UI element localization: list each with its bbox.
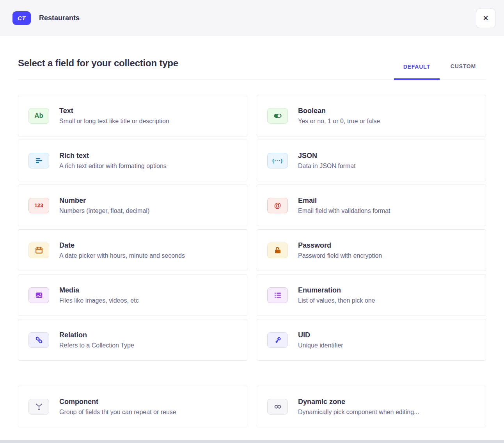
field-card-boolean[interactable]: Boolean Yes or no, 1 or 0, true or false bbox=[257, 95, 486, 136]
field-text: Text Small or long text like title or de… bbox=[59, 107, 169, 125]
email-at-icon-glyph: @ bbox=[274, 202, 281, 209]
modal-header: CT Restaurants ✕ bbox=[0, 0, 504, 36]
text-ab-icon-glyph: Ab bbox=[34, 112, 43, 119]
field-card-email[interactable]: @ Email Email field with validations for… bbox=[257, 184, 486, 226]
field-card-date[interactable]: Date A date picker with hours, minute an… bbox=[18, 229, 247, 271]
field-card-component[interactable]: Component Group of fields tht you can re… bbox=[18, 386, 247, 427]
field-text: Media Files like images, videos, etc bbox=[59, 286, 139, 304]
field-description: Email field with validations format bbox=[298, 207, 390, 214]
field-title: Boolean bbox=[298, 107, 380, 115]
field-text: Boolean Yes or no, 1 or 0, true or false bbox=[298, 107, 380, 125]
branch-icon bbox=[28, 399, 49, 415]
field-text: UID Unique identifier bbox=[298, 331, 343, 349]
field-title: Media bbox=[59, 286, 139, 294]
field-title: Text bbox=[59, 107, 169, 115]
field-title: UID bbox=[298, 331, 343, 339]
field-description: Group of fields tht you can repeat or re… bbox=[59, 409, 176, 416]
field-title: Date bbox=[59, 241, 185, 250]
field-title: Enumeration bbox=[298, 286, 375, 294]
close-icon: ✕ bbox=[483, 14, 489, 23]
json-braces-icon-glyph: {···} bbox=[272, 158, 283, 163]
email-at-icon: @ bbox=[267, 198, 288, 213]
field-description: Files like images, videos, etc bbox=[59, 297, 139, 304]
field-description: A rich text editor with formating option… bbox=[59, 163, 167, 170]
field-title: Relation bbox=[59, 331, 134, 339]
field-card-password[interactable]: Password Password field with encryption bbox=[257, 229, 486, 271]
field-text: Relation Refers to a Collection Type bbox=[59, 331, 134, 349]
field-card-relation[interactable]: Relation Refers to a Collection Type bbox=[18, 319, 247, 361]
align-left-icon bbox=[28, 153, 49, 168]
bullet-list-icon bbox=[267, 287, 288, 303]
field-text: Component Group of fields tht you can re… bbox=[59, 398, 176, 416]
field-title: Component bbox=[59, 398, 176, 406]
field-description: Yes or no, 1 or 0, true or false bbox=[298, 118, 380, 125]
modal-body: Select a field for your collection type … bbox=[0, 36, 504, 427]
field-description: Dynamically pick component when editing.… bbox=[298, 409, 419, 416]
json-braces-icon: {···} bbox=[267, 153, 288, 168]
tab-bar: DEFAULT CUSTOM bbox=[393, 63, 486, 80]
field-title: Email bbox=[298, 197, 390, 205]
field-description: Numbers (integer, float, decimal) bbox=[59, 207, 149, 214]
field-title: Password bbox=[298, 241, 382, 250]
key-icon bbox=[267, 332, 288, 348]
infinity-icon bbox=[267, 399, 288, 415]
picture-icon bbox=[28, 287, 49, 303]
field-text: Password Password field with encryption bbox=[298, 241, 382, 259]
advanced-fields-grid: Component Group of fields tht you can re… bbox=[18, 386, 486, 427]
field-description: Unique identifier bbox=[298, 342, 343, 349]
field-card-enumeration[interactable]: Enumeration List of values, then pick on… bbox=[257, 274, 486, 316]
close-button[interactable]: ✕ bbox=[476, 9, 495, 28]
field-text: Dynamic zone Dynamically pick component … bbox=[298, 398, 419, 416]
headline-row: Select a field for your collection type … bbox=[18, 36, 486, 80]
field-title: Rich text bbox=[59, 152, 167, 160]
calendar-icon bbox=[28, 243, 49, 258]
field-title: JSON bbox=[298, 152, 356, 160]
field-text: JSON Data in JSON format bbox=[298, 152, 356, 170]
field-description: A date picker with hours, minute and sec… bbox=[59, 252, 185, 259]
field-text: Email Email field with validations forma… bbox=[298, 197, 390, 214]
chain-link-icon bbox=[28, 332, 49, 348]
number-123-icon: 123 bbox=[28, 198, 49, 213]
number-123-icon-glyph: 123 bbox=[34, 203, 43, 208]
collection-type-badge: CT bbox=[12, 11, 31, 25]
field-card-text[interactable]: Ab Text Small or long text like title or… bbox=[18, 95, 247, 136]
field-card-rich-text[interactable]: Rich text A rich text editor with format… bbox=[18, 140, 247, 181]
lock-icon bbox=[267, 243, 288, 258]
field-text: Date A date picker with hours, minute an… bbox=[59, 241, 185, 259]
field-card-media[interactable]: Media Files like images, videos, etc bbox=[18, 274, 247, 316]
bottom-bar bbox=[0, 440, 504, 443]
toggle-on-icon bbox=[267, 108, 288, 124]
field-text: Rich text A rich text editor with format… bbox=[59, 152, 167, 170]
field-card-number[interactable]: 123 Number Numbers (integer, float, deci… bbox=[18, 184, 247, 226]
field-description: Data in JSON format bbox=[298, 163, 356, 170]
tab-default[interactable]: DEFAULT bbox=[394, 63, 440, 80]
field-card-uid[interactable]: UID Unique identifier bbox=[257, 319, 486, 361]
field-description: Password field with encryption bbox=[298, 252, 382, 259]
collection-name: Restaurants bbox=[39, 14, 80, 22]
text-ab-icon: Ab bbox=[28, 108, 49, 124]
field-description: List of values, then pick one bbox=[298, 297, 375, 304]
field-title: Number bbox=[59, 197, 149, 205]
field-description: Refers to a Collection Type bbox=[59, 342, 134, 349]
page-title: Select a field for your collection type bbox=[18, 58, 178, 69]
field-title: Dynamic zone bbox=[298, 398, 419, 406]
select-field-modal: CT Restaurants ✕ Select a field for your… bbox=[0, 0, 504, 443]
field-card-json[interactable]: {···} JSON Data in JSON format bbox=[257, 140, 486, 181]
field-card-dynamic-zone[interactable]: Dynamic zone Dynamically pick component … bbox=[257, 386, 486, 427]
field-text: Enumeration List of values, then pick on… bbox=[298, 286, 375, 304]
default-fields-grid: Ab Text Small or long text like title or… bbox=[18, 95, 486, 361]
field-description: Small or long text like title or descrip… bbox=[59, 118, 169, 125]
field-text: Number Numbers (integer, float, decimal) bbox=[59, 197, 149, 214]
tab-custom[interactable]: CUSTOM bbox=[441, 63, 485, 80]
